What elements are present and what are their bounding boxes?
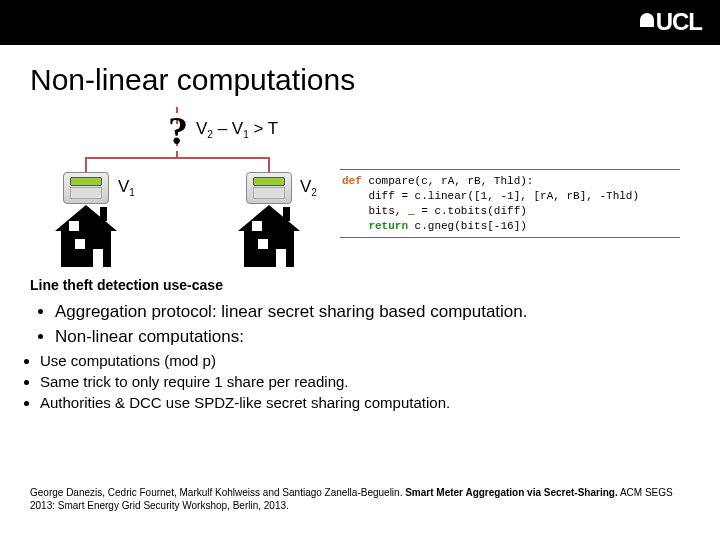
bullet-list: Aggregation protocol: linear secret shar… xyxy=(55,301,720,349)
logo: UCL xyxy=(640,8,702,36)
bullet-1: Aggregation protocol: linear secret shar… xyxy=(55,301,720,324)
label-v1: V1 xyxy=(118,177,135,198)
sub-bullet-2: Same trick to only require 1 share per r… xyxy=(40,372,720,392)
code-snippet: def compare(c, rA, rB, Thld): diff = c.l… xyxy=(340,169,680,238)
ucl-dome-icon xyxy=(640,13,654,27)
citation-title: Smart Meter Aggregation via Secret-Shari… xyxy=(405,487,617,498)
usecase-heading: Line theft detection use-case xyxy=(30,277,720,293)
sub-bullet-list: Use computations (mod p) Same trick to o… xyxy=(40,351,720,414)
horizontal-line xyxy=(85,157,270,159)
sub-bullet-1: Use computations (mod p) xyxy=(40,351,720,371)
header-bar: UCL xyxy=(0,0,720,45)
citation-authors: George Danezis, Cedric Fournet, Markulf … xyxy=(30,487,405,498)
query-expression: V2 – V1 > T xyxy=(196,119,278,140)
slide-title: Non-linear computations xyxy=(30,63,720,97)
sub-bullet-3: Authorities & DCC use SPDZ-like secret s… xyxy=(40,393,720,413)
smart-meter-icon-1 xyxy=(63,172,109,204)
label-v2: V2 xyxy=(300,177,317,198)
logo-text: UCL xyxy=(656,8,702,36)
citation: George Danezis, Cedric Fournet, Markulf … xyxy=(30,486,690,512)
house-icon-1 xyxy=(55,205,117,267)
smart-meter-icon-2 xyxy=(246,172,292,204)
house-icon-2 xyxy=(238,205,300,267)
query-mark: ? xyxy=(168,107,188,154)
diagram: ? V2 – V1 > T V1 V2 def compare(c, rA, r… xyxy=(0,107,720,267)
bullet-2: Non-linear computations: xyxy=(55,326,720,349)
